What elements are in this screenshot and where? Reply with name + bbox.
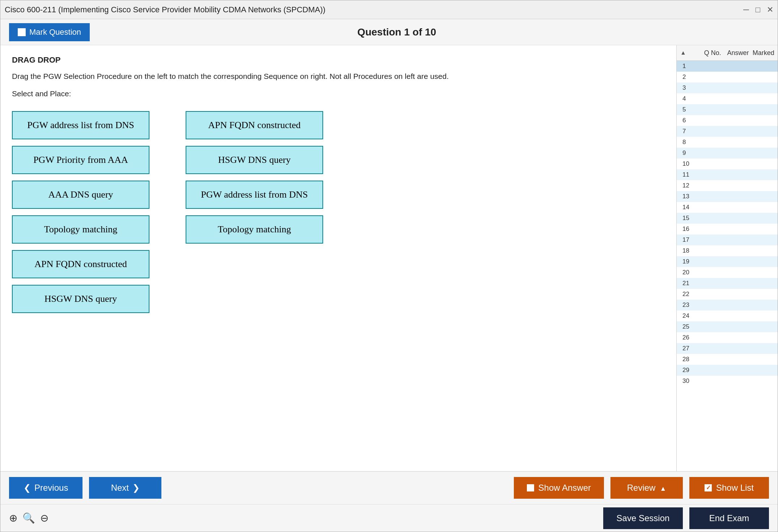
mark-question-button[interactable]: Mark Question [9, 23, 90, 41]
previous-label: Previous [34, 483, 68, 493]
footer-bottom: ⊕ 🔍 ⊖ Save Session End Exam [0, 504, 778, 532]
panel-row[interactable]: 3 [677, 83, 778, 93]
col-header-marked: Marked [751, 49, 776, 57]
nav-buttons: Previous Next [9, 477, 161, 499]
panel-row[interactable]: 28 [677, 354, 778, 365]
panel-row[interactable]: 13 [677, 191, 778, 202]
review-button[interactable]: Review [610, 477, 683, 499]
panel-row-number: 16 [678, 225, 700, 233]
show-answer-button[interactable]: Show Answer [514, 477, 604, 499]
drag-item-2[interactable]: PGW Priority from AAA [12, 146, 149, 174]
panel-row[interactable]: 7 [677, 126, 778, 137]
zoom-normal-button[interactable]: 🔍 [22, 512, 35, 524]
session-buttons: Save Session End Exam [603, 507, 769, 529]
zoom-in-button[interactable]: ⊕ [9, 512, 17, 524]
panel-row-number: 7 [678, 128, 700, 135]
center-buttons: Show Answer Review Show List [514, 477, 769, 499]
panel-row-number: 18 [678, 247, 700, 254]
panel-row[interactable]: 2 [677, 72, 778, 83]
close-button[interactable]: ✕ [767, 5, 773, 14]
panel-row-number: 15 [678, 215, 700, 222]
drag-item-4[interactable]: Topology matching [12, 215, 149, 244]
show-list-checkbox-icon [705, 484, 712, 491]
minimize-button[interactable]: ─ [743, 5, 749, 14]
panel-row[interactable]: 12 [677, 180, 778, 191]
drop-item-3[interactable]: PGW address list from DNS [186, 181, 323, 209]
drop-item-2[interactable]: HSGW DNS query [186, 146, 323, 174]
panel-row[interactable]: 27 [677, 343, 778, 354]
panel-row-number: 2 [678, 73, 700, 81]
panel-row-number: 29 [678, 367, 700, 374]
panel-row-number: 1 [678, 63, 700, 70]
panel-row-number: 21 [678, 280, 700, 287]
panel-row-number: 4 [678, 95, 700, 102]
panel-row-number: 24 [678, 312, 700, 320]
panel-row[interactable]: 25 [677, 321, 778, 332]
question-list: 1 2 3 4 5 6 7 8 [677, 61, 778, 471]
footer-top: Previous Next Show Answer Review [0, 472, 778, 504]
panel-row-number: 23 [678, 301, 700, 309]
zoom-out-button[interactable]: ⊖ [40, 512, 48, 524]
panel-row[interactable]: 26 [677, 332, 778, 343]
panel-row[interactable]: 15 [677, 213, 778, 224]
end-exam-label: End Exam [709, 513, 749, 523]
panel-row[interactable]: 1 [677, 61, 778, 72]
panel-row[interactable]: 4 [677, 93, 778, 104]
panel-row-number: 14 [678, 204, 700, 211]
panel-row[interactable]: 19 [677, 256, 778, 267]
next-label: Next [111, 483, 129, 493]
panel-row[interactable]: 29 [677, 365, 778, 376]
drag-target-column: APN FQDN constructed HSGW DNS query PGW … [186, 111, 323, 313]
question-text: Drag the PGW Selection Procedure on the … [12, 71, 665, 82]
panel-row[interactable]: 9 [677, 148, 778, 159]
mark-question-label: Mark Question [29, 28, 81, 37]
save-session-button[interactable]: Save Session [603, 507, 683, 529]
show-list-label: Show List [716, 483, 754, 493]
window-controls: ─ □ ✕ [743, 5, 773, 14]
question-title: Question 1 of 10 [358, 26, 436, 38]
drop-item-4[interactable]: Topology matching [186, 215, 323, 244]
panel-row[interactable]: 8 [677, 137, 778, 148]
panel-row[interactable]: 11 [677, 169, 778, 180]
drag-item-3[interactable]: AAA DNS query [12, 181, 149, 209]
main-content: DRAG DROP Drag the PGW Selection Procedu… [0, 45, 778, 471]
main-window: Cisco 600-211 (Implementing Cisco Servic… [0, 0, 778, 532]
scroll-up-arrow[interactable]: ▲ [678, 49, 700, 57]
maximize-button[interactable]: □ [756, 5, 760, 14]
panel-row[interactable]: 14 [677, 202, 778, 213]
drag-drop-container: PGW address list from DNS PGW Priority f… [12, 111, 665, 313]
drag-item-1[interactable]: PGW address list from DNS [12, 111, 149, 139]
panel-row-number: 9 [678, 149, 700, 157]
panel-row-number: 11 [678, 171, 700, 178]
panel-row-number: 19 [678, 258, 700, 265]
panel-row-number: 5 [678, 106, 700, 113]
panel-row[interactable]: 23 [677, 300, 778, 311]
drop-item-1[interactable]: APN FQDN constructed [186, 111, 323, 139]
show-list-button[interactable]: Show List [689, 477, 769, 499]
footer: Previous Next Show Answer Review [0, 471, 778, 532]
drag-item-6[interactable]: HSGW DNS query [12, 285, 149, 313]
drag-item-5[interactable]: APN FQDN constructed [12, 250, 149, 278]
show-answer-label: Show Answer [538, 483, 591, 493]
previous-button[interactable]: Previous [9, 477, 83, 499]
chevron-left-icon [24, 483, 31, 493]
panel-row[interactable]: 21 [677, 278, 778, 289]
panel-row-number: 30 [678, 377, 700, 385]
next-button[interactable]: Next [89, 477, 161, 499]
save-session-label: Save Session [617, 513, 670, 523]
col-header-answer: Answer [725, 49, 750, 57]
panel-row[interactable]: 18 [677, 245, 778, 256]
panel-row[interactable]: 20 [677, 267, 778, 278]
panel-row[interactable]: 24 [677, 311, 778, 321]
end-exam-button[interactable]: End Exam [689, 507, 769, 529]
panel-row[interactable]: 30 [677, 376, 778, 387]
panel-row-number: 10 [678, 160, 700, 168]
panel-row[interactable]: 16 [677, 224, 778, 235]
panel-row[interactable]: 17 [677, 235, 778, 245]
panel-row-number: 25 [678, 323, 700, 330]
panel-row[interactable]: 22 [677, 289, 778, 300]
panel-row[interactable]: 5 [677, 104, 778, 115]
panel-row-number: 27 [678, 345, 700, 352]
panel-row[interactable]: 6 [677, 115, 778, 126]
panel-row[interactable]: 10 [677, 159, 778, 169]
